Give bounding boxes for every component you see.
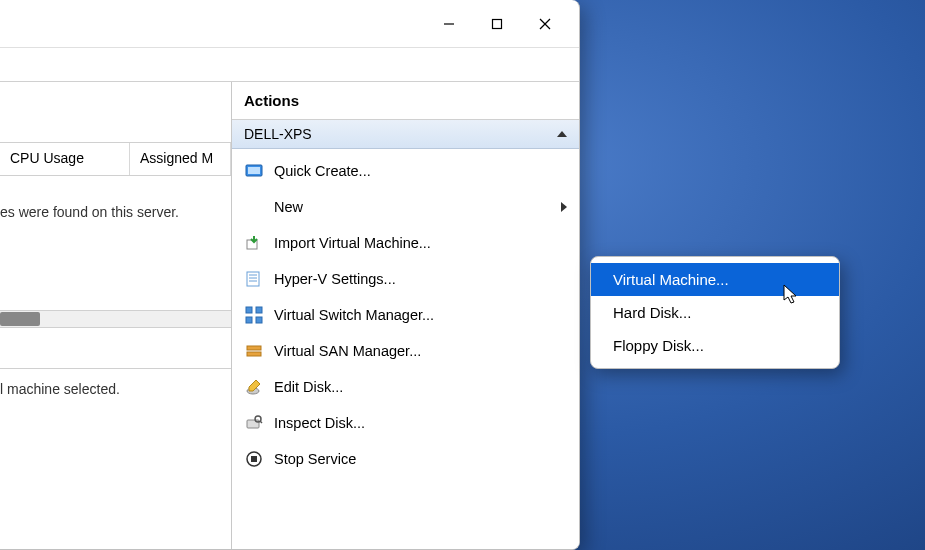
detail-message: l machine selected. <box>0 368 231 401</box>
inspect-disk-icon <box>244 413 264 433</box>
maximize-button[interactable] <box>473 4 521 44</box>
action-label: Inspect Disk... <box>274 415 567 431</box>
action-quick-create[interactable]: Quick Create... <box>232 153 579 189</box>
actions-scope-label: DELL-XPS <box>244 126 312 142</box>
svg-rect-5 <box>248 167 260 174</box>
action-new[interactable]: New <box>232 189 579 225</box>
close-icon <box>538 17 552 31</box>
action-label: Import Virtual Machine... <box>274 235 567 251</box>
svg-rect-11 <box>246 307 252 313</box>
minimize-button[interactable] <box>425 4 473 44</box>
action-virtual-san-manager[interactable]: Virtual SAN Manager... <box>232 333 579 369</box>
svg-rect-15 <box>247 346 261 350</box>
svg-line-20 <box>260 421 262 423</box>
scrollbar-thumb[interactable] <box>0 312 40 326</box>
switch-manager-icon <box>244 305 264 325</box>
svg-rect-13 <box>246 317 252 323</box>
empty-list-message: es were found on this server. <box>0 176 231 220</box>
action-label: Hyper-V Settings... <box>274 271 567 287</box>
vm-list-panel: CPU Usage Assigned M es were found on th… <box>0 82 232 549</box>
action-import-vm[interactable]: Import Virtual Machine... <box>232 225 579 261</box>
minimize-icon <box>442 17 456 31</box>
edit-disk-icon <box>244 377 264 397</box>
svg-rect-14 <box>256 317 262 323</box>
horizontal-scrollbar[interactable] <box>0 310 231 328</box>
submenu-floppy-disk[interactable]: Floppy Disk... <box>591 329 839 362</box>
actions-header: Actions <box>232 82 579 120</box>
close-button[interactable] <box>521 4 569 44</box>
new-submenu: Virtual Machine... Hard Disk... Floppy D… <box>590 256 840 369</box>
svg-rect-1 <box>493 19 502 28</box>
action-stop-service[interactable]: Stop Service <box>232 441 579 477</box>
column-headers: CPU Usage Assigned M <box>0 142 231 176</box>
svg-rect-16 <box>247 352 261 356</box>
menubar <box>0 48 579 82</box>
window-titlebar <box>0 0 579 48</box>
stop-icon <box>244 449 264 469</box>
import-icon <box>244 233 264 253</box>
hyperv-manager-window: CPU Usage Assigned M es were found on th… <box>0 0 580 550</box>
settings-icon <box>244 269 264 289</box>
blank-icon <box>244 197 264 217</box>
action-inspect-disk[interactable]: Inspect Disk... <box>232 405 579 441</box>
quick-create-icon <box>244 161 264 181</box>
action-label: Quick Create... <box>274 163 567 179</box>
actions-scope-header[interactable]: DELL-XPS <box>232 120 579 149</box>
san-manager-icon <box>244 341 264 361</box>
actions-panel: Actions DELL-XPS Quick Create... New <box>232 82 579 549</box>
action-edit-disk[interactable]: Edit Disk... <box>232 369 579 405</box>
svg-rect-22 <box>251 456 257 462</box>
submenu-hard-disk[interactable]: Hard Disk... <box>591 296 839 329</box>
action-hyperv-settings[interactable]: Hyper-V Settings... <box>232 261 579 297</box>
action-label: Edit Disk... <box>274 379 567 395</box>
action-virtual-switch-manager[interactable]: Virtual Switch Manager... <box>232 297 579 333</box>
svg-rect-12 <box>256 307 262 313</box>
maximize-icon <box>490 17 504 31</box>
content-area: CPU Usage Assigned M es were found on th… <box>0 82 579 549</box>
column-assigned-memory[interactable]: Assigned M <box>130 143 231 175</box>
collapse-icon <box>557 131 567 137</box>
svg-rect-7 <box>247 272 259 286</box>
action-label: New <box>274 199 551 215</box>
submenu-arrow-icon <box>561 202 567 212</box>
action-label: Virtual Switch Manager... <box>274 307 567 323</box>
action-list: Quick Create... New Import Virtual Machi… <box>232 149 579 481</box>
action-label: Stop Service <box>274 451 567 467</box>
submenu-virtual-machine[interactable]: Virtual Machine... <box>591 263 839 296</box>
column-cpu-usage[interactable]: CPU Usage <box>0 143 130 175</box>
action-label: Virtual SAN Manager... <box>274 343 567 359</box>
